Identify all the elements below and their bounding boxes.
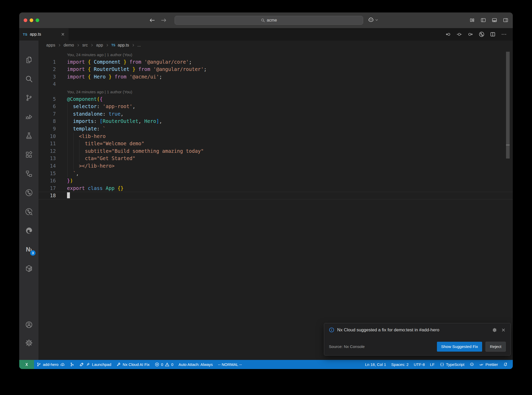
- notification-settings-gear-icon[interactable]: [492, 328, 497, 332]
- code-line-3: 3import { Hero } from '@acme/ui';: [38, 73, 513, 81]
- tab-app-ts[interactable]: TS app.ts: [19, 28, 69, 41]
- activity-extensions[interactable]: [23, 148, 35, 161]
- error-icon: [155, 362, 159, 367]
- status-launchpad[interactable]: Launchpad: [77, 360, 114, 369]
- split-editor-icon[interactable]: [490, 31, 496, 37]
- close-button[interactable]: [24, 18, 27, 22]
- minimize-button[interactable]: [30, 18, 33, 22]
- activity-nx-project-graph[interactable]: [23, 186, 35, 199]
- status-problems-label: 0: [171, 362, 173, 367]
- activity-containers[interactable]: [23, 262, 35, 275]
- svg-text:{}: {}: [440, 362, 444, 366]
- line-number: 1: [38, 58, 56, 66]
- activity-accounts[interactable]: [23, 318, 35, 331]
- status-copilot-status[interactable]: [467, 360, 477, 369]
- status-language-mode[interactable]: {}TypeScript: [437, 360, 467, 369]
- code-line-13: 13 cta="Get Started": [38, 155, 513, 162]
- braces-icon: {}: [440, 362, 444, 367]
- indent-guide: [73, 133, 74, 170]
- status-git-branch[interactable]: add-hero: [34, 360, 67, 369]
- line-number: [38, 51, 56, 58]
- status-source-control-graph[interactable]: [67, 360, 77, 369]
- status-nx-cloud-ai-fix[interactable]: Nx Cloud AI Fix: [114, 360, 152, 369]
- breadcrumb-item-src[interactable]: src: [82, 43, 88, 48]
- activity-edge-devtools[interactable]: [23, 224, 35, 237]
- more-actions-icon[interactable]: [501, 31, 507, 37]
- code-text: @Component({: [56, 95, 103, 103]
- nx-graph-circled-icon[interactable]: [479, 31, 484, 37]
- status-git-branch-label: add-hero: [43, 362, 58, 367]
- breadcrumb-item-apps[interactable]: apps: [46, 43, 55, 48]
- arrow-forward-icon[interactable]: [161, 17, 167, 23]
- code-text: [56, 192, 70, 199]
- status-encoding-label: UTF-8: [414, 362, 425, 367]
- status-auto-attach[interactable]: Auto Attach: Always: [176, 360, 215, 369]
- nav-arrows: [149, 17, 167, 23]
- breadcrumb-item-demo[interactable]: demo: [64, 43, 74, 48]
- testing-icon: [25, 132, 33, 140]
- nav-back-circle-icon[interactable]: [445, 31, 451, 37]
- copilot-icon: [368, 17, 374, 23]
- toggle-primary-sidebar-icon[interactable]: [481, 17, 486, 23]
- code-line-6: 6 selector: 'app-root',: [38, 103, 513, 110]
- status-indentation[interactable]: Spaces: 2: [389, 360, 411, 369]
- arrow-back-icon[interactable]: [149, 17, 155, 23]
- toggle-panel-icon[interactable]: [492, 17, 497, 23]
- activity-run-and-debug[interactable]: [23, 110, 35, 123]
- chevron-right-icon: [58, 43, 61, 47]
- editor-actions: [445, 28, 513, 41]
- nav-forward-circle-icon[interactable]: [468, 31, 473, 37]
- activity-testing[interactable]: [23, 129, 35, 142]
- activity-hierarchy[interactable]: [23, 167, 35, 180]
- activity-settings[interactable]: [23, 337, 35, 349]
- double-check-icon: [479, 362, 484, 367]
- branch-icon: [37, 362, 41, 367]
- breadcrumb-file[interactable]: app.ts: [118, 43, 129, 48]
- timeline-circle-icon[interactable]: [456, 31, 462, 37]
- activity-bottom: [23, 318, 35, 360]
- breadcrumb-item-app[interactable]: app: [96, 43, 103, 48]
- breadcrumb-more[interactable]: ...: [137, 43, 141, 48]
- close-icon[interactable]: [61, 32, 65, 36]
- code-text: export class App {}: [56, 185, 123, 192]
- status-problems[interactable]: 00: [152, 360, 176, 369]
- scrollbar-thumb[interactable]: [506, 52, 510, 159]
- activity-explorer[interactable]: [23, 54, 35, 66]
- code-line-7: 7 standalone: true,: [38, 110, 513, 118]
- show-suggested-fix-button[interactable]: Show Suggested Fix: [437, 342, 482, 352]
- line-number: 2: [38, 65, 56, 73]
- customize-layout-icon[interactable]: [469, 17, 475, 23]
- chevron-right-icon: [76, 43, 80, 47]
- reject-button[interactable]: Reject: [486, 342, 506, 352]
- line-number: 16: [38, 177, 56, 185]
- zoom-button[interactable]: [36, 18, 39, 22]
- cloud-upload-icon: [60, 362, 65, 367]
- badge: 3: [30, 250, 36, 256]
- toggle-secondary-sidebar-icon[interactable]: [503, 17, 508, 23]
- status-remote-indicator[interactable]: [19, 360, 34, 369]
- code-text: title="Welcmoe demo": [56, 140, 144, 147]
- activity-nx-graph-search[interactable]: [23, 205, 35, 218]
- plug-icon: [86, 362, 90, 367]
- activity-source-control[interactable]: [23, 91, 35, 104]
- code-editor[interactable]: You, 24 minutes ago | 1 author (You)1imp…: [38, 50, 513, 360]
- code-text: [56, 80, 67, 88]
- explorer-icon: [25, 56, 33, 64]
- typescript-file-icon: TS: [23, 32, 28, 36]
- status-cursor-position[interactable]: Ln 18, Col 1: [362, 360, 389, 369]
- chevron-right-icon: [131, 43, 135, 47]
- activity-search[interactable]: [23, 73, 35, 85]
- activity-bar: N›3: [19, 41, 38, 360]
- status-prettier[interactable]: Prettier: [477, 360, 501, 369]
- chevron-right-icon: [90, 43, 94, 47]
- status-encoding[interactable]: UTF-8: [411, 360, 428, 369]
- command-center-search[interactable]: acme: [175, 16, 363, 25]
- notification-close-icon[interactable]: [501, 328, 506, 332]
- status-vim-mode[interactable]: -- NORMAL --: [215, 360, 244, 369]
- git-graph-icon: [70, 362, 74, 367]
- copilot-menu[interactable]: [368, 17, 378, 23]
- status-eol[interactable]: LF: [427, 360, 437, 369]
- status-notifications-bell[interactable]: [501, 360, 510, 369]
- bell-dot-icon: [503, 362, 508, 367]
- activity-nx-console[interactable]: N›3: [23, 243, 35, 256]
